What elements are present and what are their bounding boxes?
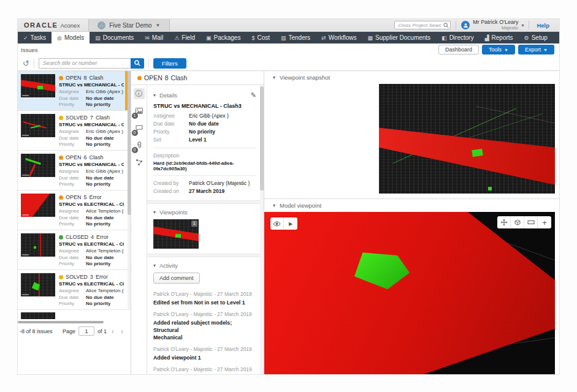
issue-list-item[interactable]: SOLVED3Error STRUC vs ELECTRICAL - Clash… (18, 270, 128, 310)
cross-project-search[interactable] (394, 21, 451, 29)
next-page-icon[interactable]: › (119, 328, 125, 335)
issue-thumbnail[interactable] (21, 312, 55, 319)
issue-thumbnail[interactable] (21, 194, 55, 217)
tab-tenders[interactable]: ▥Tenders (275, 32, 316, 43)
tab-label: Models (64, 34, 84, 41)
field-label: Created on (153, 187, 189, 195)
search-button[interactable] (131, 58, 144, 69)
tab-supplier-documents[interactable]: ▦Supplier Documents (362, 32, 437, 43)
tab-cost[interactable]: $Cost (246, 32, 275, 43)
dashboard-button[interactable]: Dashboard (438, 45, 479, 55)
viewpoint-snapshot-image[interactable] (379, 84, 555, 194)
attachments-icon[interactable]: 0 (134, 140, 145, 151)
field-label: Priority (59, 141, 86, 147)
relations-icon[interactable] (134, 157, 145, 168)
tab-label: Packages (213, 34, 240, 41)
description-label: Description (153, 152, 180, 159)
viewpoint-snapshot-header[interactable]: ▾ Viewpoint snapshot (264, 71, 559, 84)
project-selector[interactable]: ∴ Five Star Demo ▼ (88, 19, 169, 31)
issue-thumbnail[interactable] (21, 74, 55, 97)
add-comment-button[interactable]: Add comment (153, 273, 200, 284)
top-bar: ORACLE Aconex ∴ Five Star Demo ▼ Mr Patr… (18, 19, 559, 32)
pan-icon[interactable] (497, 216, 511, 228)
issue-list-item[interactable]: OPEN6Clash STRUC vs MECHANICAL - Clash1 … (18, 151, 128, 190)
viewpoints-icon[interactable]: 1 (134, 105, 145, 116)
info-icon[interactable]: ⓘ (134, 88, 145, 99)
edit-pencil-icon[interactable]: ✎ (251, 91, 256, 99)
issue-list-item[interactable]: OPEN8Clash STRUC vs MECHANICAL - Clash3 … (18, 71, 128, 111)
issue-type: Error (90, 194, 102, 200)
tab-setup[interactable]: ⚙Setup (519, 32, 553, 43)
issue-thumbnail[interactable] (21, 273, 55, 296)
tab-directory[interactable]: ◧Directory (436, 32, 480, 43)
issue-type: Clash (90, 154, 104, 160)
issue-thumbnail[interactable] (21, 233, 55, 257)
issue-status: OPEN (66, 75, 82, 81)
details-section-header[interactable]: ▾ Details ✎ (153, 91, 256, 99)
help-link[interactable]: Help (537, 22, 549, 29)
page-number-input[interactable] (78, 326, 94, 336)
orbit-cube-icon[interactable] (511, 216, 524, 228)
status-dot-solved (59, 275, 63, 279)
expand-panel-icon[interactable]: ▶ (284, 217, 297, 230)
issue-number: 3 (90, 274, 93, 280)
issue-list-item[interactable]: OPEN5Error STRUC vs ELECTRICAL - Clash4 … (18, 190, 128, 230)
detail-scrollbar-track[interactable] (260, 85, 264, 374)
issue-list-item[interactable]: SOLVED7Clash STRUC vs MECHANICAL - Clash… (18, 111, 128, 151)
issue-title: STRUC vs ELECTRICAL - Clash3 (59, 241, 124, 247)
filters-button[interactable]: Filters (153, 58, 186, 69)
issue-list-item-partial[interactable] (18, 310, 128, 319)
model-viewport[interactable]: ▶ + (264, 212, 555, 374)
issues-toolbar: ↺ Filters (18, 56, 559, 71)
issue-priority: No priority (86, 141, 110, 147)
zoom-in-icon[interactable]: + (538, 216, 551, 228)
visibility-eye-icon[interactable] (270, 217, 284, 230)
list-scrollbar-thumb[interactable] (128, 71, 131, 215)
viewpoint-count-badge: 1 (191, 221, 197, 227)
issue-search-input[interactable] (39, 58, 131, 69)
model-viewpoint-header[interactable]: ▾ Model viewpoint (264, 199, 559, 212)
activity-entry: Patrick O'Leary - Majestic - 27 March 20… (153, 311, 256, 341)
export-button[interactable]: Export▼ (518, 45, 554, 55)
zoom-out-icon[interactable] (524, 216, 538, 228)
tab-mail[interactable]: ✉Mail (139, 32, 169, 43)
issue-thumbnail[interactable] (21, 154, 55, 177)
detail-card: ▾ Details ✎ STRUC vs MECHANICAL - Clash3… (147, 85, 264, 374)
detail-scrollbar-thumb[interactable] (260, 86, 264, 190)
tab-packages[interactable]: ▣Packages (201, 32, 246, 43)
issue-thumbnail[interactable] (21, 114, 55, 137)
tab-field[interactable]: ⚠Field (169, 32, 201, 43)
document-icon: ▤ (95, 35, 101, 41)
user-menu[interactable]: Mr Patrick O'Leary Majestic ▾ (461, 20, 524, 31)
section-title: Viewpoints (159, 209, 188, 216)
list-scrollbar-track[interactable] (128, 71, 131, 310)
page-label: Page (63, 328, 75, 334)
tab-models[interactable]: ◍Models (52, 32, 90, 43)
divider (34, 59, 34, 68)
status-dot-open (59, 156, 63, 160)
issue-number: 8 (84, 75, 87, 81)
issue-priority: No priority (86, 181, 110, 187)
cross-project-search-input[interactable] (394, 21, 451, 29)
tab-tasks[interactable]: ✓Tasks (18, 32, 52, 43)
detail-set: Level 1 (189, 136, 207, 144)
section-title: Activity (159, 262, 178, 269)
tools-button[interactable]: Tools▼ (482, 45, 515, 55)
detail-issue-title: STRUC vs MECHANICAL - Clash3 (153, 103, 256, 109)
viewpoints-section-header[interactable]: ▾ Viewpoints (153, 209, 256, 216)
issue-list-item[interactable]: CLOSED4Error STRUC vs ELECTRICAL - Clash… (18, 230, 128, 270)
comments-icon[interactable]: 0 (134, 123, 145, 134)
tab-reports[interactable]: ▟Reports (480, 32, 519, 43)
activity-section-header[interactable]: ▾ Activity (153, 262, 256, 269)
viewpoint-thumbnail[interactable]: 1 (153, 219, 199, 249)
tab-label: Supplier Documents (375, 34, 430, 41)
field-label: Priority (59, 261, 86, 266)
chevron-down-icon: ▾ (153, 209, 156, 215)
issue-status: OPEN (66, 194, 82, 200)
tab-workflows[interactable]: ⇄Workflows (316, 32, 362, 43)
tab-documents[interactable]: ▤Documents (90, 32, 139, 43)
previous-page-icon[interactable]: ‹ (110, 328, 116, 335)
issue-detail-header: OPEN 8 Clash (131, 71, 264, 85)
search-icon[interactable] (443, 23, 449, 28)
refresh-icon[interactable]: ↺ (23, 59, 29, 67)
